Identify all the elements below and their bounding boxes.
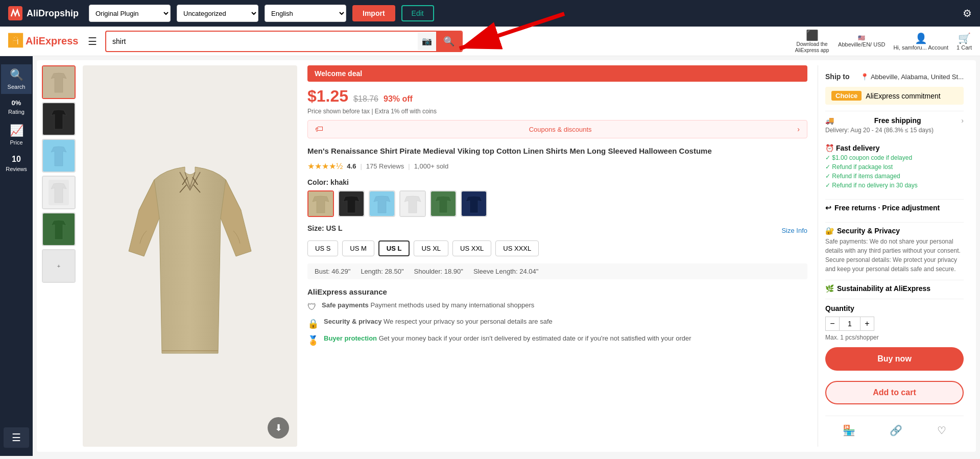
security-lock-icon: 🔐 [825, 227, 834, 235]
fast-item-2: Refund if package lost [825, 163, 893, 171]
buy-now-button[interactable]: Buy now [825, 347, 964, 371]
size-us-xl[interactable]: US XL [414, 240, 448, 256]
download-app-action[interactable]: ⬛ Download the AliExpress app [794, 29, 830, 54]
tool-search[interactable]: 🔍 Search [1, 64, 32, 94]
language-select[interactable]: English [265, 5, 346, 22]
coupons-label: Coupons & discounts [529, 126, 592, 133]
camera-search-button[interactable]: 📷 [418, 32, 436, 50]
color-swatch-green[interactable] [430, 190, 457, 217]
price-original: $18.76 [353, 94, 378, 104]
download-button[interactable]: ⬇ [268, 417, 289, 439]
location-action[interactable]: 🇺🇸 Abbeville/EN/ USD [838, 35, 885, 47]
main-product-image: ⬇ [83, 65, 297, 447]
right-sidebar: Ship to 📍 Abbeville, Alabama, United St.… [818, 65, 971, 447]
hamburger-icon[interactable]: ☰ [88, 35, 97, 47]
quantity-controls: − 1 + [825, 317, 964, 331]
share-icon-button[interactable]: 🔗 [887, 421, 905, 440]
thumbnail-3[interactable] [42, 139, 76, 173]
fast-delivery-section: ⏰ Fast delivery $1.00 coupon code if del… [825, 144, 964, 189]
edit-button[interactable]: Edit [401, 5, 434, 21]
security-section: 🔐 Security & Privacy Safe payments: We d… [825, 222, 964, 274]
thumbnail-4[interactable] [42, 176, 76, 209]
ship-to-row: Ship to 📍 Abbeville, Alabama, United St.… [825, 73, 964, 81]
search-bar: 📷 🔍 [105, 31, 463, 52]
size-us-s[interactable]: US S [307, 240, 338, 256]
returns-icon: ↩ [825, 204, 831, 212]
wishlist-icon-button[interactable]: ♡ [934, 421, 949, 440]
price-discount: 93% off [384, 94, 413, 104]
color-swatches [307, 190, 807, 217]
search-input[interactable] [106, 33, 418, 50]
flag-icon: 🇺🇸 [858, 35, 865, 41]
size-us-xxl[interactable]: US XXL [452, 240, 491, 256]
tool-menu[interactable]: ☰ [4, 427, 29, 448]
shield-icon: 🛡 [307, 302, 317, 312]
plugin-select[interactable]: Original Plugin [89, 5, 171, 22]
thumbnail-5[interactable] [42, 212, 76, 246]
assurance-title: AliExpress assurance [307, 287, 807, 296]
lock-icon: 🔒 [307, 318, 319, 329]
alidropship-logo: AliDropship [8, 6, 79, 20]
choice-badge: Choice AliExpress commitment [825, 87, 964, 105]
tool-price[interactable]: 📈 Price [1, 120, 32, 150]
returns-row: ↩ Free returns · Price adjustment [825, 199, 964, 212]
action-icons: 🏪 🔗 ♡ [825, 416, 964, 440]
truck-icon: 🚚 [825, 116, 834, 125]
quantity-label: Quantity [825, 304, 964, 312]
cart-action[interactable]: 🛒 1 Cart [957, 32, 972, 51]
fast-delivery-items: $1.00 coupon code if delayed Refund if p… [825, 154, 964, 189]
ship-to-value[interactable]: 📍 Abbeville, Alabama, United St... [861, 73, 964, 81]
thumbnail-1[interactable] [42, 65, 76, 99]
color-label: Color: khaki [307, 178, 807, 186]
color-swatch-khaki[interactable] [307, 190, 334, 217]
product-details: Welcome deal $1.25 $18.76 93% off Price … [302, 65, 812, 447]
color-swatch-lightblue[interactable] [369, 190, 395, 217]
quantity-section: Quantity − 1 + Max. 1 pcs/shopper [825, 299, 964, 341]
product-thumbnails: + [42, 65, 78, 447]
color-swatch-navy[interactable] [461, 190, 487, 217]
location-pin-icon: 📍 [861, 73, 869, 81]
quantity-increase-button[interactable]: + [860, 317, 874, 331]
category-select[interactable]: Uncategorized [177, 5, 258, 22]
color-swatch-black[interactable] [338, 190, 365, 217]
size-us-m[interactable]: US M [342, 240, 374, 256]
settings-button[interactable]: ⚙ [963, 7, 972, 19]
security-text: Safe payments: We do not share your pers… [825, 237, 964, 274]
measurement-length: Length: 28.50" [361, 268, 403, 275]
star-icons: ★★★★½ [307, 161, 343, 171]
choice-tag: Choice [831, 91, 862, 101]
size-row: Size: US L Size Info [307, 224, 807, 236]
sustainability-row: 🌿 Sustainability at AliExpress [825, 280, 964, 293]
quantity-decrease-button[interactable]: − [825, 317, 840, 331]
reviews-count[interactable]: 175 Reviews [366, 162, 404, 170]
cart-icon: 🛒 [958, 32, 971, 44]
size-us-l[interactable]: US L [378, 240, 410, 256]
measurement-sleeve: Sleeve Length: 24.04" [473, 268, 539, 275]
color-swatch-white[interactable] [399, 190, 426, 217]
account-action[interactable]: 👤 Hi, samforu... Account [893, 32, 948, 51]
price-main: $1.25 [307, 87, 348, 106]
logo-text: AliExpress [26, 35, 78, 47]
size-info-link[interactable]: Size Info [781, 227, 807, 234]
size-label: Size: US L [307, 224, 342, 232]
add-to-cart-button[interactable]: Add to cart [825, 381, 964, 404]
store-icon-button[interactable]: 🏪 [840, 421, 858, 440]
fast-item-4: Refund if no delivery in 30 days [825, 182, 918, 189]
thumbnail-2[interactable] [42, 102, 76, 136]
rating-row: ★★★★½ 4.6 | 175 Reviews | 1,000+ sold [307, 161, 807, 171]
sold-count: 1,000+ sold [414, 162, 449, 170]
tool-rating[interactable]: 0% Rating [1, 95, 32, 119]
thumbnail-6[interactable]: + [42, 249, 76, 283]
tool-reviews[interactable]: 10 Reviews [1, 151, 32, 176]
coupons-bar[interactable]: 🏷 Coupons & discounts › [307, 120, 807, 138]
aliexpress-logo[interactable]: 🅰 AliExpress [8, 33, 80, 50]
account-icon: 👤 [915, 32, 927, 44]
size-us-xxxl[interactable]: US XXXL [495, 240, 539, 256]
quantity-value: 1 [840, 317, 860, 331]
search-button[interactable]: 🔍 [436, 32, 462, 51]
import-button[interactable]: Import [352, 5, 395, 21]
price-note: Price shown before tax | Extra 1% off wi… [307, 108, 807, 115]
fast-item-3: Refund if items damaged [825, 173, 900, 180]
quantity-max: Max. 1 pcs/shopper [825, 334, 964, 341]
clock-icon: ⏰ [825, 144, 834, 152]
